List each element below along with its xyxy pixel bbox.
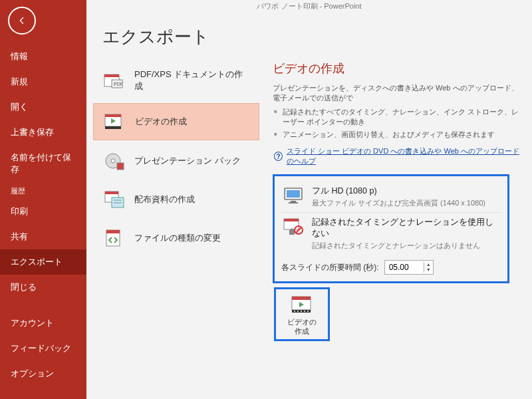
svg-point-32 (304, 311, 305, 312)
nav-item-6[interactable]: 共有 (0, 224, 86, 249)
svg-point-33 (307, 311, 309, 312)
svg-rect-20 (291, 201, 296, 202)
spin-up-icon[interactable]: ▲ (424, 262, 433, 267)
timing-dropdown[interactable]: 記録されたタイミングとナレーションを使用しない 記録されたタイミングとナレーショ… (281, 212, 501, 255)
spin-down-icon[interactable]: ▼ (424, 267, 433, 273)
timing-main: 記録されたタイミングとナレーションを使用しない (312, 217, 499, 239)
detail-desc: プレゼンテーションを、ディスクへの書き込みや Web へのアップロード、電子メー… (273, 83, 525, 103)
pdf-icon: PDF (102, 70, 125, 90)
timing-sub: 記録されたタイミングとナレーションはありません (312, 241, 499, 251)
export-item-label: PDF/XPS ドキュメントの作成 (134, 68, 250, 92)
back-button[interactable] (8, 7, 36, 35)
svg-rect-23 (284, 219, 299, 221)
nav-item-2[interactable]: 開く (0, 94, 86, 120)
svg-point-29 (294, 311, 295, 312)
nav-item-1[interactable]: 新規 (0, 69, 86, 94)
svg-text:PDF: PDF (114, 82, 123, 86)
nav-item-5[interactable]: 印刷 (0, 199, 86, 224)
export-item-handout[interactable]: 配布資料の作成 (93, 182, 259, 217)
export-item-filetype[interactable]: ファイルの種類の変更 (93, 220, 259, 256)
export-item-label: ファイルの種類の変更 (134, 232, 221, 244)
video-icon (103, 112, 126, 132)
detail-title: ビデオの作成 (273, 61, 525, 76)
nav-footer-2[interactable]: オプション (0, 361, 86, 386)
monitor-icon (283, 186, 305, 205)
export-item-cd[interactable]: プレゼンテーション パック (93, 143, 259, 179)
nav-item-7[interactable]: エクスポート (0, 249, 86, 275)
svg-point-30 (297, 311, 299, 312)
nav-footer-1[interactable]: フィードバック (0, 336, 86, 361)
nav-item-3[interactable]: 上書き保存 (0, 120, 86, 145)
seconds-label: 各スライドの所要時間 (秒): (281, 262, 379, 273)
detail-bullet: アニメーション、画面切り替え、およびメディアも保存されます (273, 130, 525, 140)
help-icon: ? (274, 152, 283, 161)
handout-icon (102, 190, 125, 209)
svg-rect-10 (117, 163, 124, 170)
svg-rect-21 (289, 202, 298, 203)
svg-point-9 (111, 159, 115, 163)
window-title: パワポ ノート印刷 - PowerPoint (86, 0, 532, 13)
export-item-video[interactable]: ビデオの作成 (93, 103, 259, 140)
svg-point-31 (301, 311, 302, 312)
export-item-pdf[interactable]: PDFPDF/XPS ドキュメントの作成 (93, 61, 259, 100)
detail-bullet: 記録されたすべてのタイミング、ナレーション、インク ストローク、レーザー ポイン… (273, 107, 525, 127)
seconds-input[interactable] (385, 261, 424, 274)
quality-sub: 最大ファイル サイズおよび完全高画質 (1440 x 1080) (312, 198, 485, 208)
create-video-button[interactable]: ビデオの作成 (274, 287, 330, 341)
svg-rect-5 (105, 114, 121, 117)
svg-rect-6 (105, 126, 121, 129)
svg-rect-27 (292, 297, 311, 300)
nav-item-0[interactable]: 情報 (0, 44, 86, 69)
help-link[interactable]: スライド ショー ビデオの DVD への書き込みや Web へのアップロードのヘ… (287, 146, 525, 166)
export-item-label: ビデオの作成 (135, 116, 187, 128)
nav-item-4[interactable]: 名前を付けて保存 (0, 145, 86, 182)
svg-rect-19 (287, 190, 300, 198)
filetype-icon (102, 228, 125, 248)
create-video-label: ビデオの作成 (287, 317, 317, 336)
svg-rect-1 (104, 74, 119, 77)
nav-footer-0[interactable]: アカウント (0, 311, 86, 336)
nav-history-label: 履歴 (0, 182, 86, 199)
quality-main: フル HD (1080 p) (312, 186, 485, 197)
quality-dropdown[interactable]: フル HD (1080 p) 最大ファイル サイズおよび完全高画質 (1440 … (281, 182, 501, 212)
cd-icon (102, 151, 125, 171)
page-title: エクスポート (86, 13, 532, 61)
svg-rect-12 (105, 192, 118, 194)
video-options-group: フル HD (1080 p) 最大ファイル サイズおよび完全高画質 (1440 … (273, 174, 509, 283)
create-video-icon (289, 293, 315, 316)
seconds-spinner[interactable]: ▲ ▼ (384, 260, 434, 275)
no-narration-icon (283, 217, 305, 237)
nav-item-8[interactable]: 閉じる (0, 275, 86, 300)
svg-rect-17 (106, 230, 120, 233)
export-item-label: プレゼンテーション パック (134, 155, 241, 167)
export-item-label: 配布資料の作成 (134, 194, 195, 205)
